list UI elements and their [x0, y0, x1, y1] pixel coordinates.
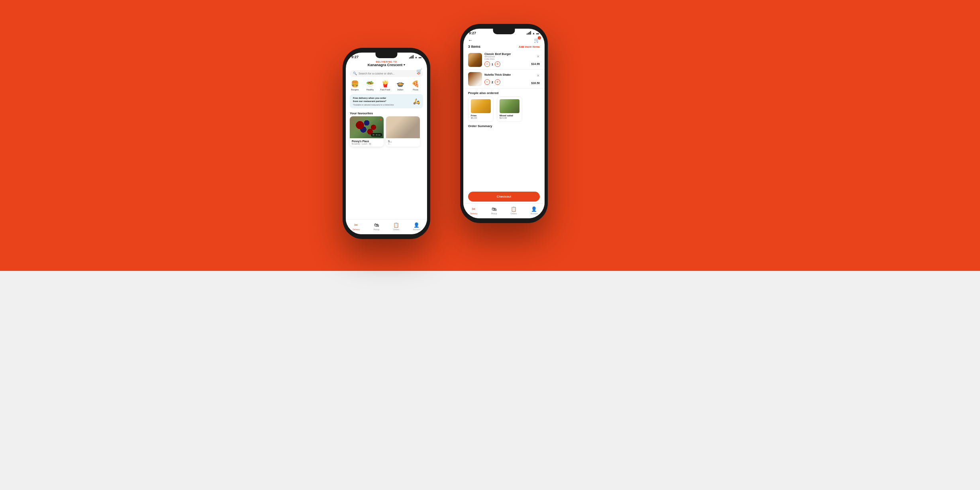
shake-qty-controls: − 2 +: [484, 79, 529, 85]
burger-price: $14.99: [531, 63, 540, 65]
burger-price-col: ✕ $14.99: [531, 55, 540, 65]
add-more-button[interactable]: Add more items: [519, 45, 540, 48]
bottom-nav-2: ✂ Delivery 🛍 Pickup 📋 Orders 👤 Account: [463, 203, 545, 218]
also-ordered-list: Fries $5.00 Mixed salad $14.00: [463, 96, 545, 122]
shake-name: Nutella Thick Shake: [484, 73, 529, 76]
shake-price: $16.50: [531, 82, 540, 84]
wifi-icon-2: ▲: [532, 32, 535, 35]
category-indian[interactable]: 🍲 Indian: [394, 80, 406, 91]
phone1: 9:27 ▲ ▬ DELIVERING TO Kananagra Crescen…: [343, 48, 430, 239]
burger-details: Classic Beef Burger Wholeheal Coke Zero …: [484, 53, 529, 67]
also-item-salad[interactable]: Mixed salad $14.00: [497, 96, 522, 122]
shake-qty-decrease[interactable]: −: [484, 79, 490, 85]
category-fastfood[interactable]: 🍟 Fast Food: [379, 80, 391, 91]
pizza-label: Pizza: [413, 88, 418, 91]
fries-price: $5.00: [471, 117, 491, 119]
p2-header: ← 🛒 1: [463, 36, 545, 44]
promo-subtitle: *Available on selected restaurants for a…: [353, 104, 394, 106]
favourites-title: Your favourites: [346, 110, 427, 116]
nav-account-2[interactable]: 👤 Account: [531, 206, 538, 215]
promo-text-block: Free delivery when you orderfrom our res…: [353, 96, 394, 106]
indian-label: Indian: [398, 88, 404, 91]
burger-remove-button[interactable]: ✕: [537, 55, 540, 59]
back-button[interactable]: ←: [468, 37, 473, 43]
orders-nav-icon-1: 📋: [393, 222, 399, 228]
penny-place-image: 10 - 15 min ❤: [350, 116, 384, 138]
account-nav-label-2: Account: [531, 212, 538, 215]
favourite-card-2[interactable]: S... A...: [386, 116, 420, 147]
phone2-screen: 9:27 ▲ ▬ ← 🛒 1 3 Items Add: [463, 29, 545, 218]
nav-pickup-2[interactable]: 🛍 Pickup: [491, 206, 497, 215]
wifi-icon-1: ▲: [415, 56, 417, 59]
pickup-nav-icon-1: 🛍: [374, 222, 379, 228]
battery-icon-2: ▬: [536, 32, 539, 35]
location-row[interactable]: Kananagra Crescent ▾: [350, 63, 423, 67]
burger-qty-decrease[interactable]: −: [484, 61, 490, 67]
order-summary-title: Order Summary: [463, 122, 545, 129]
signal-bars-1: [409, 55, 414, 59]
second-fav-subtitle: A...: [388, 143, 418, 145]
nav-pickup-1[interactable]: 🛍 Pickup: [374, 222, 380, 231]
status-icons-2: ▲ ▬: [527, 31, 539, 35]
cart-item-1: Classic Beef Burger Wholeheal Coke Zero …: [463, 50, 545, 70]
orders-nav-label-2: Orders: [511, 212, 517, 215]
status-icons-1: ▲ ▬: [409, 55, 421, 59]
penny-place-name: Penny's Place: [352, 140, 382, 143]
location-text: Kananagra Crescent: [368, 63, 403, 67]
category-burgers[interactable]: 🍔 Burgers: [349, 80, 361, 91]
search-input[interactable]: [359, 72, 416, 75]
checkout-button[interactable]: Checkout: [468, 192, 540, 202]
category-healthy[interactable]: 🥗 Healthy: [364, 80, 376, 91]
heart-icon-1[interactable]: ❤: [379, 118, 382, 122]
burger-qty-controls: − 1 +: [484, 61, 529, 67]
favourites-list: 10 - 15 min ❤ Penny's Place Breakfast · …: [346, 116, 427, 147]
second-fav-image: [386, 116, 420, 138]
burgers-icon: 🍔: [351, 80, 359, 88]
phone2: 9:27 ▲ ▬ ← 🛒 1 3 Items Add: [460, 24, 548, 223]
items-header: 3 Items Add more items: [463, 44, 545, 50]
cart-item-2: Nutella Thick Shake − 2 + ✕ $16.50: [463, 70, 545, 89]
time-1: 9:27: [351, 55, 359, 59]
favourite-card-1[interactable]: 10 - 15 min ❤ Penny's Place Breakfast · …: [350, 116, 384, 147]
nav-orders-1[interactable]: 📋 Orders: [393, 222, 399, 231]
account-nav-icon-1: 👤: [414, 222, 419, 228]
delivery-nav-label-1: Delivery: [353, 228, 360, 231]
promo-banner: Free delivery when you orderfrom our res…: [350, 94, 423, 108]
items-count: 3 Items: [468, 45, 480, 49]
signal-bars-2: [527, 31, 531, 35]
burger-sub2: Coke Zero: [484, 58, 529, 60]
category-pizza[interactable]: 🍕 Pizza: [410, 80, 421, 91]
cart-button-1[interactable]: 🛒: [416, 69, 422, 74]
burgers-label: Burgers: [351, 88, 359, 91]
nav-delivery-1[interactable]: ✂ Delivery: [353, 222, 360, 231]
search-icon: 🔍: [353, 72, 357, 75]
battery-icon-1: ▬: [419, 56, 421, 59]
shake-price-col: ✕ $16.50: [531, 74, 540, 84]
penny-place-info: Penny's Place Breakfast · Lunch · $$: [350, 138, 384, 147]
notch1: [376, 53, 398, 58]
shake-details: Nutella Thick Shake − 2 +: [484, 73, 529, 85]
nav-account-1[interactable]: 👤 Account: [413, 222, 420, 231]
cart-badge: 1: [538, 36, 541, 39]
pickup-nav-label-2: Pickup: [491, 212, 497, 215]
delivery-nav-icon-1: ✂: [354, 222, 358, 228]
search-bar[interactable]: 🔍 ⚙: [350, 70, 423, 77]
delivery-icon: 🛵: [413, 98, 420, 104]
indian-icon: 🍲: [396, 80, 404, 88]
shake-qty-increase[interactable]: +: [495, 79, 500, 85]
delivery-nav-label-2: Delivery: [470, 212, 477, 215]
nav-orders-2[interactable]: 📋 Orders: [511, 206, 517, 215]
burger-name: Classic Beef Burger: [484, 53, 529, 55]
bottom-nav-1: ✂ Delivery 🛍 Pickup 📋 Orders 👤 Account: [346, 219, 427, 234]
pizza-icon: 🍕: [412, 80, 419, 88]
burger-qty-increase[interactable]: +: [495, 61, 500, 67]
delivery-nav-icon-2: ✂: [472, 206, 476, 212]
also-item-fries[interactable]: Fries $5.00: [468, 96, 494, 122]
shake-remove-button[interactable]: ✕: [537, 74, 540, 78]
pickup-nav-label-1: Pickup: [374, 228, 380, 231]
cart-icon-wrapper[interactable]: 🛒 1: [534, 37, 540, 43]
salad-price: $14.00: [500, 117, 519, 119]
nav-delivery-2[interactable]: ✂ Delivery: [470, 206, 477, 215]
pickup-nav-icon-2: 🛍: [492, 206, 496, 212]
orders-nav-label-1: Orders: [393, 228, 399, 231]
